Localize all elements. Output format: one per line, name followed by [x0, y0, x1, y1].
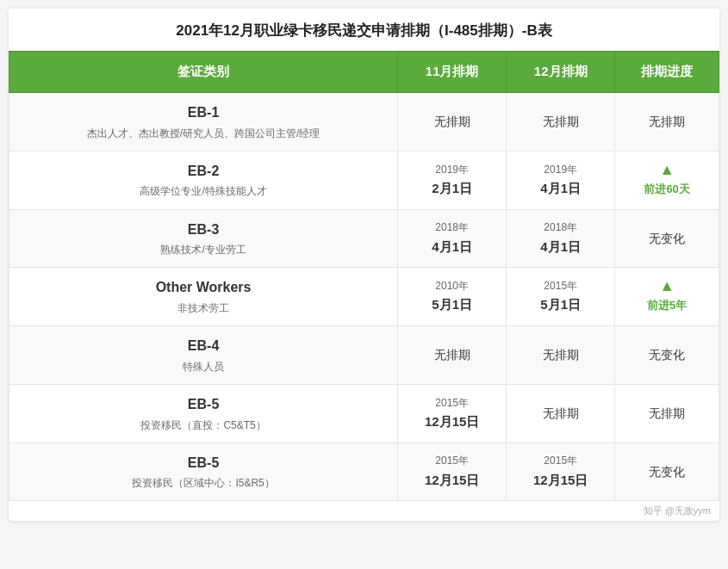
nov-day: 5月1日	[405, 294, 499, 315]
visa-type-cell: EB-4特殊人员	[9, 326, 398, 385]
dec-date-cell: 2015年5月1日	[507, 268, 615, 326]
dec-date-cell: 无排期	[507, 384, 615, 442]
nov-day: 12月15日	[405, 470, 499, 491]
dec-year: 2019年	[513, 162, 607, 178]
col-header-dec: 12月排期	[507, 52, 615, 93]
dec-no-date: 无排期	[543, 348, 579, 362]
col-header-nov: 11月排期	[398, 52, 507, 93]
dec-day: 4月1日	[513, 237, 607, 257]
nov-date-cell: 2019年2月1日	[398, 151, 507, 209]
nov-day: 12月15日	[405, 411, 499, 432]
visa-type-cell: EB-1杰出人才、杰出教授/研究人员、跨国公司主管/经理	[9, 93, 398, 152]
visa-desc: 非技术劳工	[16, 300, 390, 317]
dec-year: 2015年	[513, 453, 607, 469]
visa-desc: 熟练技术/专业劳工	[16, 242, 390, 258]
visa-code: Other Workers	[16, 276, 390, 299]
progress-cell: 无变化	[615, 326, 719, 385]
dec-date-cell: 无排期	[507, 326, 615, 385]
main-table: 签证类别 11月排期 12月排期 排期进度 EB-1杰出人才、杰出教授/研究人员…	[9, 51, 719, 501]
visa-code: EB-5	[16, 452, 390, 474]
nov-date-cell: 2018年4月1日	[398, 209, 507, 268]
progress-cell: 无变化	[615, 442, 719, 501]
progress-text: 无排期	[649, 114, 685, 128]
nov-date-cell: 2010年5月1日	[398, 268, 507, 326]
visa-type-cell: EB-5投资移民（直投：C5&T5）	[9, 384, 398, 442]
progress-text: 无变化	[649, 465, 685, 479]
nov-date-cell: 2015年12月15日	[398, 442, 507, 501]
nov-date-cell: 2015年12月15日	[398, 384, 507, 442]
nov-year: 2018年	[405, 220, 499, 236]
table-row: EB-1杰出人才、杰出教授/研究人员、跨国公司主管/经理无排期无排期无排期	[9, 93, 719, 152]
dec-no-date: 无排期	[543, 114, 579, 128]
dec-day: 12月15日	[513, 470, 607, 491]
visa-code: EB-5	[16, 393, 390, 416]
dec-year: 2015年	[513, 278, 607, 294]
visa-type-cell: EB-3熟练技术/专业劳工	[9, 209, 398, 268]
nov-year: 2019年	[405, 162, 499, 178]
table-container: 2021年12月职业绿卡移民递交申请排期（I-485排期）-B表 签证类别 11…	[9, 9, 719, 521]
dec-date-cell: 2018年4月1日	[507, 209, 615, 268]
progress-text: 无变化	[649, 348, 685, 362]
table-row: EB-5投资移民（直投：C5&T5）2015年12月15日无排期无排期	[9, 384, 719, 442]
table-row: Other Workers非技术劳工2010年5月1日2015年5月1日▲前进5…	[9, 268, 719, 326]
progress-cell: 无排期	[615, 384, 719, 442]
visa-desc: 特殊人员	[16, 359, 390, 375]
visa-desc: 投资移民（直投：C5&T5）	[16, 417, 390, 434]
dec-year: 2018年	[513, 220, 607, 236]
nov-year: 2015年	[405, 453, 499, 469]
table-row: EB-4特殊人员无排期无排期无变化	[9, 326, 719, 385]
visa-code: EB-1	[16, 102, 390, 124]
table-row: EB-5投资移民（区域中心：I5&R5）2015年12月15日2015年12月1…	[9, 442, 719, 501]
nov-day: 4月1日	[405, 237, 499, 257]
dec-date-cell: 无排期	[507, 93, 615, 152]
dec-day: 5月1日	[513, 294, 607, 315]
nov-year: 2010年	[405, 278, 499, 294]
table-row: EB-2高级学位专业/特殊技能人才2019年2月1日2019年4月1日▲前进60…	[9, 151, 719, 209]
dec-date-cell: 2019年4月1日	[507, 151, 615, 209]
nov-day: 2月1日	[405, 178, 499, 199]
progress-cell: ▲前进5年	[615, 268, 719, 326]
progress-cell: 无变化	[615, 209, 719, 268]
visa-code: EB-4	[16, 335, 390, 357]
nov-date-cell: 无排期	[398, 326, 507, 385]
visa-code: EB-3	[16, 219, 390, 241]
dec-no-date: 无排期	[543, 406, 579, 420]
page-title: 2021年12月职业绿卡移民递交申请排期（I-485排期）-B表	[9, 9, 719, 51]
progress-cell: ▲前进60天	[615, 151, 719, 209]
visa-type-cell: EB-5投资移民（区域中心：I5&R5）	[9, 442, 398, 501]
col-header-visa: 签证类别	[9, 52, 398, 93]
dec-date-cell: 2015年12月15日	[507, 442, 615, 501]
dec-day: 4月1日	[513, 178, 607, 199]
visa-type-cell: Other Workers非技术劳工	[9, 268, 398, 326]
visa-desc: 杰出人才、杰出教授/研究人员、跨国公司主管/经理	[16, 126, 390, 142]
table-row: EB-3熟练技术/专业劳工2018年4月1日2018年4月1日无变化	[9, 209, 719, 268]
visa-desc: 高级学位专业/特殊技能人才	[16, 183, 390, 200]
up-arrow-icon: ▲	[659, 162, 675, 177]
col-header-progress: 排期进度	[615, 52, 719, 93]
progress-text: 无排期	[649, 406, 685, 420]
watermark: 知乎 @无敌yym	[9, 501, 719, 521]
progress-cell: 无排期	[615, 93, 719, 152]
nov-date-cell: 无排期	[398, 93, 507, 152]
visa-type-cell: EB-2高级学位专业/特殊技能人才	[9, 151, 398, 209]
visa-code: EB-2	[16, 160, 390, 182]
visa-desc: 投资移民（区域中心：I5&R5）	[16, 475, 390, 492]
up-arrow-icon: ▲	[659, 278, 675, 294]
progress-text: 前进5年	[647, 299, 687, 312]
progress-text: 无变化	[649, 232, 685, 245]
nov-year: 2015年	[405, 395, 499, 411]
nov-no-date: 无排期	[434, 114, 470, 128]
progress-text: 前进60天	[644, 182, 689, 195]
nov-no-date: 无排期	[434, 348, 470, 362]
